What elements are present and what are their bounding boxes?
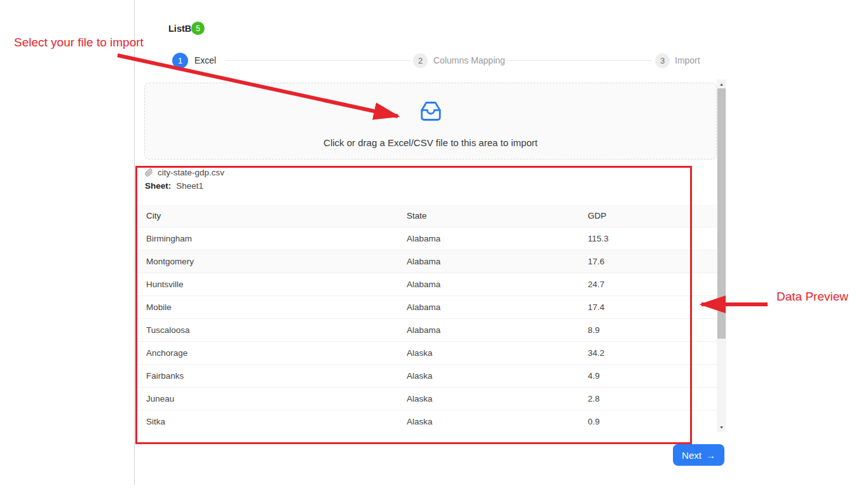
step-2-number: 2 — [418, 56, 423, 65]
table-cell: 8.9 — [588, 325, 717, 335]
uploaded-file-row[interactable]: city-state-gdp.csv — [145, 168, 224, 177]
table-cell: Huntsville — [146, 280, 407, 289]
table-cell: 24.7 — [588, 280, 717, 289]
table-row: TuscaloosaAlabama8.9 — [135, 319, 717, 342]
annotation-data-preview-label: Data Preview — [776, 290, 848, 304]
table-cell: Sitka — [146, 417, 407, 426]
table-cell: 4.9 — [588, 371, 717, 381]
file-name: city-state-gdp.csv — [158, 168, 224, 177]
table-cell: Fairbanks — [146, 371, 407, 381]
table-cell: 115.3 — [588, 234, 717, 243]
table-cell: Alabama — [407, 257, 588, 266]
dropzone-hint: Click or drag a Excel/CSV file to this a… — [323, 137, 538, 148]
table-cell: 2.8 — [588, 394, 717, 403]
table-row: SitkaAlaska0.9 — [135, 410, 717, 432]
step-connector — [505, 60, 652, 61]
next-button[interactable]: Next → — [673, 444, 724, 466]
table-cell: Alaska — [407, 417, 588, 426]
table-cell: 0.9 — [588, 417, 717, 426]
table-row: BirminghamAlabama115.3 — [135, 227, 717, 250]
import-wizard-page: ListB 5 1 Excel 2 Columns Mapping 3 Impo… — [0, 0, 868, 488]
annotation-select-file-label: Select your file to import — [14, 36, 144, 50]
column-header-gdp: GDP — [588, 211, 717, 220]
step-2-circle[interactable]: 2 — [413, 53, 428, 68]
table-cell: 34.2 — [588, 348, 717, 358]
vertical-scrollbar[interactable]: ▲ ▼ — [717, 79, 726, 432]
table-row: FairbanksAlaska4.9 — [135, 365, 717, 388]
table-cell: Alaska — [407, 348, 588, 358]
table-cell: Alabama — [407, 280, 588, 289]
table-row: HuntsvilleAlabama24.7 — [135, 273, 717, 296]
column-header-state: State — [407, 211, 588, 220]
table-cell: Alaska — [407, 394, 588, 403]
inbox-icon — [419, 99, 443, 126]
sheet-label: Sheet: — [145, 181, 171, 191]
table-cell: Mobile — [146, 302, 407, 312]
table-cell: Birmingham — [146, 234, 407, 243]
step-3-label: Import — [675, 55, 700, 65]
table-cell: Alabama — [407, 325, 588, 335]
step-connector — [225, 60, 410, 61]
table-cell: Alabama — [407, 302, 588, 312]
scrollbar-thumb[interactable] — [717, 88, 726, 339]
scroll-up-icon[interactable]: ▲ — [717, 79, 726, 89]
table-cell: 17.4 — [588, 302, 717, 312]
count-badge: 5 — [191, 22, 205, 35]
table-cell: Juneau — [146, 394, 407, 403]
step-1-number: 1 — [178, 56, 182, 65]
table-header-row: City State GDP — [135, 205, 717, 227]
arrow-right-icon: → — [706, 450, 715, 461]
table-cell: 17.6 — [588, 257, 717, 266]
table-row: MontgomeryAlabama17.6 — [135, 250, 717, 273]
upload-dropzone[interactable]: Click or drag a Excel/CSV file to this a… — [144, 83, 717, 159]
scroll-down-icon[interactable]: ▼ — [717, 423, 726, 432]
step-1-label: Excel — [194, 55, 216, 65]
step-1-circle[interactable]: 1 — [172, 53, 188, 69]
page-title: ListB — [168, 24, 191, 34]
table-cell: Anchorage — [146, 348, 407, 358]
table-cell: Tuscaloosa — [146, 325, 407, 335]
step-3-circle[interactable]: 3 — [655, 53, 670, 68]
column-header-city: City — [146, 211, 407, 220]
table-body: BirminghamAlabama115.3MontgomeryAlabama1… — [135, 227, 717, 432]
step-2-label: Columns Mapping — [433, 55, 505, 65]
table-row: MobileAlabama17.4 — [135, 296, 717, 319]
next-button-label: Next — [682, 450, 702, 461]
table-cell: Montgomery — [146, 257, 407, 266]
step-3-number: 3 — [660, 56, 665, 65]
table-row: AnchorageAlaska34.2 — [135, 342, 717, 365]
table-row: JuneauAlaska2.8 — [135, 388, 717, 410]
paperclip-icon — [145, 168, 153, 177]
sheet-row: Sheet:Sheet1 — [145, 181, 203, 191]
table-cell: Alabama — [407, 234, 588, 243]
table-cell: Alaska — [407, 371, 588, 381]
sheet-name: Sheet1 — [176, 181, 203, 191]
panel-left-border — [134, 0, 135, 485]
